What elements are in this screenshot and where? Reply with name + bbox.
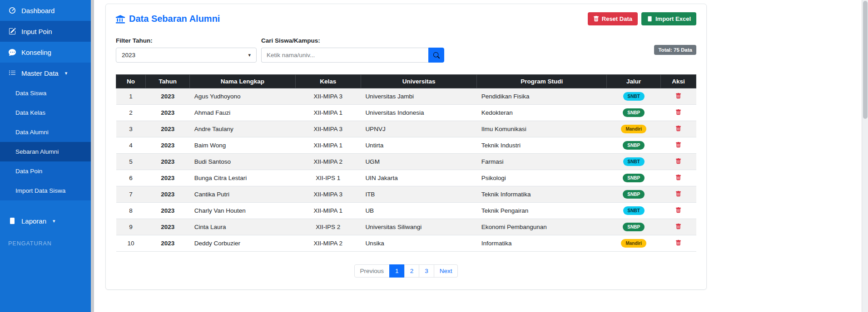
cell-aksi xyxy=(661,235,696,252)
reset-data-label: Reset Data xyxy=(602,15,632,22)
page-scrollbar-thumb[interactable] xyxy=(863,1,868,119)
sidebar-subitem-import-data-siswa[interactable]: Import Data Siswa xyxy=(0,181,91,200)
cell-no: 8 xyxy=(116,203,146,219)
delete-row-button[interactable] xyxy=(675,174,681,182)
year-filter-group: Filter Tahun: 2023 ▾ xyxy=(116,37,257,63)
sidebar-item-master-data[interactable]: Master Data ▾ xyxy=(0,63,91,83)
delete-row-button[interactable] xyxy=(675,158,681,166)
pagination-previous[interactable]: Previous xyxy=(354,264,390,278)
cell-kelas: XII-MIPA 1 xyxy=(295,137,361,154)
cell-tahun: 2023 xyxy=(146,235,190,252)
chevron-down-icon: ▾ xyxy=(65,70,68,76)
search-button[interactable] xyxy=(428,48,444,63)
jalur-badge: SNBP xyxy=(623,141,645,150)
cell-aksi xyxy=(661,105,696,121)
main-content: Data Sebaran Alumni Reset Data Import Ex… xyxy=(94,0,868,312)
sidebar-item-label: Input Poin xyxy=(21,28,52,35)
cell-tahun: 2023 xyxy=(146,186,190,203)
cell-jalur: Mandiri xyxy=(607,121,661,137)
cell-jalur: SNBP xyxy=(607,137,661,154)
cell-universitas: UPNVJ xyxy=(361,121,476,137)
delete-row-button[interactable] xyxy=(675,125,681,133)
cell-tahun: 2023 xyxy=(146,137,190,154)
pagination-page-3[interactable]: 3 xyxy=(419,264,434,278)
trash-icon xyxy=(675,109,681,116)
year-filter-label: Filter Tahun: xyxy=(116,37,257,44)
col-header-no: No xyxy=(116,75,146,88)
app-root: Dashboard Input Poin Konseling Master Da… xyxy=(0,0,868,312)
pagination-next[interactable]: Next xyxy=(434,264,458,278)
cell-kelas: XII-MIPA 3 xyxy=(295,88,361,105)
jalur-badge: SNBT xyxy=(623,206,645,215)
cell-no: 7 xyxy=(116,186,146,203)
chevron-down-icon: ▾ xyxy=(248,52,251,58)
table-row: 1 2023 Agus Yudhoyono XII-MIPA 3 Univers… xyxy=(116,88,696,105)
year-select[interactable]: 2023 ▾ xyxy=(116,48,257,63)
cell-no: 5 xyxy=(116,154,146,170)
search-input[interactable] xyxy=(261,48,428,63)
cell-nama: Baim Wong xyxy=(190,137,295,154)
cell-nama: Cantika Putri xyxy=(190,186,295,203)
cell-universitas: UIN Jakarta xyxy=(361,170,476,186)
sidebar-item-konseling[interactable]: Konseling xyxy=(0,42,91,63)
delete-row-button[interactable] xyxy=(675,223,681,231)
delete-row-button[interactable] xyxy=(675,190,681,199)
bank-icon xyxy=(116,15,125,24)
cell-no: 1 xyxy=(116,88,146,105)
sidebar-item-input-poin[interactable]: Input Poin xyxy=(0,21,91,42)
sidebar-item-label: Laporan xyxy=(21,217,46,225)
cell-prodi: Informatika xyxy=(477,235,607,252)
cell-universitas: Universitas Jambi xyxy=(361,88,476,105)
pagination-page-2[interactable]: 2 xyxy=(404,264,420,278)
table-row: 10 2023 Deddy Corbuzier XII-MIPA 2 Unsik… xyxy=(116,235,696,252)
cell-prodi: Farmasi xyxy=(477,154,607,170)
delete-row-button[interactable] xyxy=(675,109,681,117)
cell-no: 10 xyxy=(116,235,146,252)
jalur-badge: SNBP xyxy=(623,223,645,231)
card-header: Data Sebaran Alumni Reset Data Import Ex… xyxy=(116,12,696,25)
delete-row-button[interactable] xyxy=(675,141,681,150)
subitem-label: Data Kelas xyxy=(15,109,45,116)
cell-nama: Andre Taulany xyxy=(190,121,295,137)
sidebar-item-label: Konseling xyxy=(21,49,51,56)
cell-kelas: XII-MIPA 3 xyxy=(295,186,361,203)
year-select-value: 2023 xyxy=(122,52,135,58)
sidebar-item-laporan[interactable]: Laporan ▾ xyxy=(0,210,91,231)
delete-row-button[interactable] xyxy=(675,93,681,101)
col-header-nama: Nama Lengkap xyxy=(190,75,295,88)
table-row: 7 2023 Cantika Putri XII-MIPA 3 ITB Tekn… xyxy=(116,186,696,203)
edit-icon xyxy=(8,28,16,35)
cell-tahun: 2023 xyxy=(146,88,190,105)
cell-jalur: SNBP xyxy=(607,105,661,121)
delete-row-button[interactable] xyxy=(675,239,681,248)
page-scrollbar[interactable] xyxy=(862,0,868,312)
cell-aksi xyxy=(661,88,696,105)
cell-tahun: 2023 xyxy=(146,170,190,186)
sidebar-subitem-sebaran-alumni[interactable]: Sebaran Alumni xyxy=(0,142,91,161)
sidebar-subitem-data-kelas[interactable]: Data Kelas xyxy=(0,103,91,122)
cell-kelas: XII-MIPA 2 xyxy=(295,235,361,252)
table-row: 9 2023 Cinta Laura XII-IPS 2 Universitas… xyxy=(116,219,696,235)
sidebar-scrollbar[interactable] xyxy=(91,0,94,312)
col-header-prodi: Program Studi xyxy=(477,75,607,88)
sidebar-subitem-data-poin[interactable]: Data Poin xyxy=(0,161,91,181)
import-excel-button[interactable]: Import Excel xyxy=(641,12,696,25)
cell-prodi: Kedokteran xyxy=(477,105,607,121)
cell-tahun: 2023 xyxy=(146,121,190,137)
reset-data-button[interactable]: Reset Data xyxy=(588,12,638,25)
jalur-badge: Mandiri xyxy=(621,239,646,248)
cell-prodi: Psikologi xyxy=(477,170,607,186)
chevron-down-icon: ▾ xyxy=(53,218,55,224)
sidebar-subitem-data-siswa[interactable]: Data Siswa xyxy=(0,83,91,103)
cell-aksi xyxy=(661,170,696,186)
cell-nama: Budi Santoso xyxy=(190,154,295,170)
import-excel-label: Import Excel xyxy=(655,15,691,22)
sidebar-subitem-data-alumni[interactable]: Data Alumni xyxy=(0,122,91,142)
report-icon xyxy=(8,217,16,225)
delete-row-button[interactable] xyxy=(675,207,681,215)
database-icon xyxy=(8,69,16,77)
cell-universitas: Unsika xyxy=(361,235,476,252)
sidebar-item-dashboard[interactable]: Dashboard xyxy=(0,0,91,21)
trash-icon xyxy=(675,207,681,214)
pagination-page-1[interactable]: 1 xyxy=(389,264,405,278)
